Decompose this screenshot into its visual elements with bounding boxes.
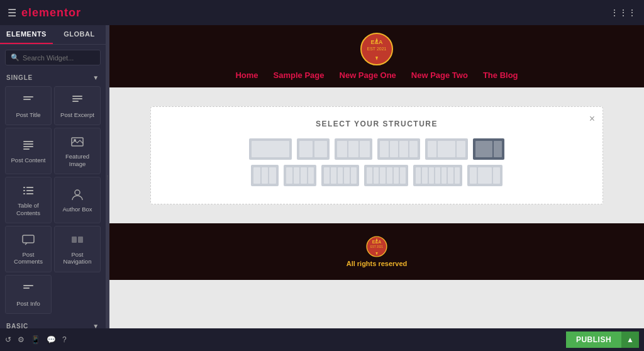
table-of-contents-icon xyxy=(21,184,35,199)
widget-post-excerpt[interactable]: Post Excerpt xyxy=(54,86,101,125)
struct-row2-6[interactable] xyxy=(467,165,502,186)
widget-post-comments[interactable]: Post Comments xyxy=(5,226,52,272)
struct-row2-3[interactable] xyxy=(321,165,359,186)
nav-home[interactable]: Home xyxy=(235,70,258,80)
struct-3col-wide[interactable] xyxy=(425,138,468,160)
struct-2col[interactable] xyxy=(297,138,330,160)
structure-row-1 xyxy=(164,138,590,160)
hamburger-icon[interactable]: ☰ xyxy=(8,7,16,19)
struct-row2-4[interactable] xyxy=(364,165,408,186)
canvas-content: × SELECT YOUR STRUCTURE xyxy=(109,87,644,328)
widget-table-of-contents[interactable]: Table of Contents xyxy=(5,177,52,223)
nav-new-page-two[interactable]: New Page Two xyxy=(411,70,468,80)
svg-rect-8 xyxy=(23,148,30,150)
structure-title: SELECT YOUR STRUCTURE xyxy=(164,120,590,128)
svg-rect-5 xyxy=(23,141,33,142)
settings-icon[interactable]: ⚙ xyxy=(18,335,25,344)
chevron-down-icon: ▼ xyxy=(92,74,99,81)
svg-rect-11 xyxy=(23,187,25,188)
post-excerpt-icon xyxy=(70,93,84,109)
widget-post-title-label: Post Title xyxy=(16,111,40,118)
responsive-icon[interactable]: 📱 xyxy=(31,335,40,344)
post-comments-icon xyxy=(21,233,35,248)
svg-rect-3 xyxy=(72,98,82,99)
widget-post-title[interactable]: Post Title xyxy=(5,86,52,125)
struct-2col-unequal[interactable] xyxy=(473,138,504,160)
close-icon[interactable]: × xyxy=(589,113,595,125)
svg-rect-18 xyxy=(23,235,34,243)
svg-rect-7 xyxy=(23,146,33,147)
site-nav: Home Sample Page New Page One New Page T… xyxy=(235,70,518,80)
history-icon[interactable]: ↺ xyxy=(5,335,11,344)
post-content-icon xyxy=(21,138,35,154)
svg-rect-14 xyxy=(26,190,33,191)
nav-sample-page[interactable]: Sample Page xyxy=(274,70,325,80)
svg-rect-2 xyxy=(72,96,82,97)
chat-icon[interactable]: 💬 xyxy=(47,335,56,344)
footer-logo: E&A EST 2021 xyxy=(358,236,396,257)
widget-featured-image-label: Featured Image xyxy=(57,153,97,167)
nav-new-page-one[interactable]: New Page One xyxy=(340,70,396,80)
struct-1col[interactable] xyxy=(249,138,292,160)
widget-post-info-label: Post Info xyxy=(16,300,40,307)
nav-the-blog[interactable]: The Blog xyxy=(483,70,518,80)
svg-rect-20 xyxy=(78,237,83,243)
author-box-icon xyxy=(70,187,84,203)
svg-rect-0 xyxy=(23,96,33,98)
post-title-icon xyxy=(21,93,35,109)
top-bar: ☰ elementor ⋮⋮⋮ xyxy=(0,0,644,25)
widget-author-box[interactable]: Author Box xyxy=(54,177,101,223)
struct-4col[interactable] xyxy=(377,138,420,160)
help-icon[interactable]: ? xyxy=(62,335,67,344)
svg-rect-22 xyxy=(23,287,30,289)
widget-post-navigation-label: Post Navigation xyxy=(57,251,97,265)
section-basic-label: BASIC xyxy=(6,323,28,328)
svg-text:EST 2021: EST 2021 xyxy=(370,245,383,248)
elementor-logo: elementor xyxy=(21,6,81,20)
single-widgets-grid: Post Title Post Excerpt Post Content xyxy=(0,85,106,319)
search-icon: 🔍 xyxy=(11,53,19,62)
structure-selector: × SELECT YOUR STRUCTURE xyxy=(150,106,603,204)
section-single-header[interactable]: SINGLE ▼ xyxy=(0,70,106,85)
search-input[interactable] xyxy=(23,54,95,62)
svg-rect-19 xyxy=(72,237,77,243)
grid-icon[interactable]: ⋮⋮⋮ xyxy=(610,8,636,18)
publish-button[interactable]: PUBLISH xyxy=(566,332,621,348)
section-single-label: SINGLE xyxy=(6,74,33,81)
site-logo: E&A EST 2021 xyxy=(360,33,393,65)
widget-author-box-label: Author Box xyxy=(63,206,92,213)
svg-text:EST 2021: EST 2021 xyxy=(367,47,386,51)
widget-post-content-label: Post Content xyxy=(11,157,46,164)
publish-arrow-button[interactable]: ▲ xyxy=(621,332,639,348)
widget-post-info[interactable]: Post Info xyxy=(5,275,52,314)
svg-point-17 xyxy=(75,190,80,195)
tab-global[interactable]: GLOBAL xyxy=(53,25,106,44)
footer-text: All rights reserved xyxy=(347,260,408,267)
bottom-bar: ↺ ⚙ 📱 💬 ? PUBLISH ▲ xyxy=(0,328,644,351)
svg-rect-15 xyxy=(23,193,25,194)
widget-post-content[interactable]: Post Content xyxy=(5,128,52,174)
struct-row2-5[interactable] xyxy=(413,165,462,186)
widget-featured-image[interactable]: Featured Image xyxy=(54,128,101,174)
widget-table-of-contents-label: Table of Contents xyxy=(8,202,48,216)
post-info-icon xyxy=(21,282,35,298)
svg-rect-4 xyxy=(72,101,79,102)
svg-rect-16 xyxy=(26,193,33,194)
post-navigation-icon xyxy=(70,233,84,248)
tab-elements[interactable]: ELEMENTS xyxy=(0,25,53,44)
main-layout: ELEMENTS GLOBAL 🔍 SINGLE ▼ Post Title xyxy=(0,25,644,328)
widget-post-comments-label: Post Comments xyxy=(8,251,48,265)
section-basic-header[interactable]: BASIC ▼ xyxy=(0,319,106,328)
sidebar-tabs: ELEMENTS GLOBAL xyxy=(0,25,106,45)
struct-row2-2[interactable] xyxy=(284,165,316,186)
svg-rect-6 xyxy=(23,143,33,145)
bottom-icons: ↺ ⚙ 📱 💬 ? xyxy=(5,335,67,344)
svg-rect-21 xyxy=(23,285,33,286)
site-header: E&A EST 2021 Home Sample Page New Page O… xyxy=(109,25,644,87)
search-box[interactable]: 🔍 xyxy=(5,50,101,65)
struct-3col[interactable] xyxy=(335,138,372,160)
top-bar-left: ☰ elementor xyxy=(8,6,81,20)
struct-row2-1[interactable] xyxy=(251,165,279,186)
widget-post-navigation[interactable]: Post Navigation xyxy=(54,226,101,272)
publish-group: PUBLISH ▲ xyxy=(566,332,639,348)
